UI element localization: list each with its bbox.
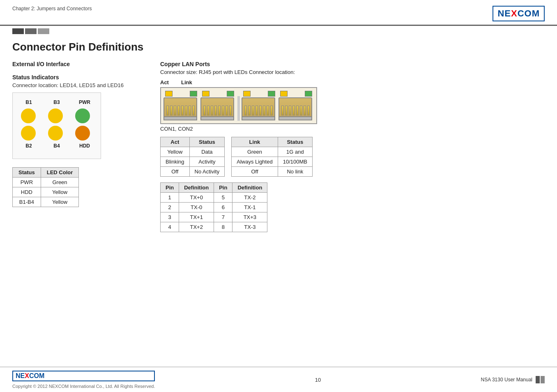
link-status-col-header: Status bbox=[278, 137, 312, 147]
rj45-link-led-1 bbox=[190, 91, 197, 97]
footer-left: NEXCOM Copyright © 2012 NEXCOM Internati… bbox=[12, 371, 155, 389]
table-row: Off No Activity bbox=[161, 167, 225, 177]
rj45-act-led-4 bbox=[280, 91, 288, 97]
led-label-row-bottom: B2 B4 HDD bbox=[21, 143, 92, 149]
rj45-pin-5 bbox=[181, 106, 184, 115]
link-10-100mb: 10/100MB bbox=[278, 157, 312, 167]
def-tx-plus-1: TX+1 bbox=[179, 212, 214, 222]
color-bar-block-1 bbox=[12, 28, 24, 34]
rj45-pin-3c bbox=[252, 106, 254, 115]
footer-icon-bar-2 bbox=[541, 376, 545, 383]
def-tx-minus-2: TX-2 bbox=[232, 193, 267, 203]
color-bar bbox=[0, 26, 557, 37]
def-tx-minus-1: TX-1 bbox=[232, 203, 267, 212]
table-row: 3 TX+1 7 TX+3 bbox=[161, 212, 267, 222]
rj45-pin-5d bbox=[296, 106, 299, 115]
link-status-table: Link Status Green 1G and Always Lighted bbox=[231, 137, 313, 177]
def-col-header-2: Definition bbox=[232, 183, 267, 193]
act-col-header: Act bbox=[161, 137, 190, 147]
act-link-header-row: Act Link bbox=[160, 79, 545, 85]
footer-icon-bar-1 bbox=[536, 376, 540, 383]
status-hdd: HDD bbox=[13, 187, 41, 197]
rj45-pin-4d bbox=[292, 106, 295, 115]
rj45-top-leds-3 bbox=[242, 91, 277, 97]
rj45-bottom-2 bbox=[200, 117, 234, 120]
def-tx-plus-2: TX+2 bbox=[179, 222, 214, 232]
copper-lan-title: Copper LAN Ports bbox=[160, 61, 545, 67]
status-indicators-label: Status Indicators bbox=[12, 74, 144, 81]
def-tx-plus-0: TX+0 bbox=[179, 193, 214, 203]
rj45-pin-2 bbox=[170, 106, 173, 115]
rj45-act-led-2 bbox=[202, 91, 209, 97]
rj45-pin-7 bbox=[189, 106, 191, 115]
header: Chapter 2: Jumpers and Connectors NEXCOM bbox=[0, 0, 557, 26]
led-color-b1b4: Yellow bbox=[41, 197, 79, 207]
table-row: PWR Green bbox=[13, 178, 79, 187]
rj45-bottom-3 bbox=[242, 117, 275, 120]
rj45-pin-4c bbox=[255, 106, 258, 115]
rj45-pin-3 bbox=[174, 106, 176, 115]
rj45-connector-4 bbox=[278, 91, 314, 120]
rj45-pin-7d bbox=[304, 106, 306, 115]
left-column: External I/O Interface Status Indicators… bbox=[12, 61, 144, 232]
pin-7: 7 bbox=[214, 212, 232, 222]
rj45-top-leds-4 bbox=[278, 91, 314, 97]
status-indicators-section: Status Indicators Connector location: LE… bbox=[12, 74, 144, 88]
footer-logo: NEXCOM bbox=[12, 371, 155, 381]
rj45-pin-7c bbox=[267, 106, 269, 115]
logo-area: NEXCOM bbox=[493, 6, 545, 21]
led-label-hdd: HDD bbox=[77, 143, 92, 149]
rj45-pin-5c bbox=[259, 106, 262, 115]
rj45-act-led-3 bbox=[243, 91, 251, 97]
act-label: Act bbox=[160, 79, 169, 85]
led-label-pwr: PWR bbox=[77, 99, 92, 105]
led-color-pwr: Green bbox=[41, 178, 79, 187]
rj45-body-3 bbox=[242, 97, 275, 117]
led-b4 bbox=[48, 126, 63, 141]
pin-6: 6 bbox=[214, 203, 232, 212]
def-tx-minus-0: TX-0 bbox=[179, 203, 214, 212]
footer-right: NSA 3130 User Manual bbox=[481, 376, 545, 383]
rj45-bottom-1 bbox=[163, 117, 197, 120]
led-diagram: B1 B3 PWR B2 bbox=[12, 92, 101, 159]
rj45-connector-2 bbox=[200, 91, 236, 120]
rj45-image-area bbox=[160, 87, 545, 124]
led-row-bottom bbox=[21, 126, 92, 141]
link-col-header: Link bbox=[232, 137, 278, 147]
rj45-body-1 bbox=[163, 97, 197, 117]
tables-area: Act Status Yellow Data Blinking Ac bbox=[160, 137, 545, 232]
footer-manual: NSA 3130 User Manual bbox=[481, 377, 532, 383]
rj45-divider bbox=[237, 96, 240, 121]
right-column: Copper LAN Ports Connector size: RJ45 po… bbox=[160, 61, 545, 232]
footer: NEXCOM Copyright © 2012 NEXCOM Internati… bbox=[0, 367, 557, 392]
led-b3 bbox=[48, 108, 63, 123]
rj45-top-leds-2 bbox=[200, 91, 236, 97]
rj45-pin-8 bbox=[192, 106, 195, 115]
page-title: Connector Pin Definitions bbox=[12, 41, 545, 53]
rj45-link-led-3 bbox=[268, 91, 275, 97]
table-row: Green 1G and bbox=[232, 147, 313, 157]
led-pwr bbox=[75, 108, 90, 123]
table-row: Blinking Activity bbox=[161, 157, 225, 167]
rj45-pin-4b bbox=[214, 106, 217, 115]
pin-2: 2 bbox=[161, 203, 179, 212]
rj45-pin-1b bbox=[203, 106, 206, 115]
link-1g-and: 1G and bbox=[278, 147, 312, 157]
table-row: HDD Yellow bbox=[13, 187, 79, 197]
rj45-body-4 bbox=[278, 97, 312, 117]
status-pwr: PWR bbox=[13, 178, 41, 187]
link-label: Link bbox=[181, 79, 192, 85]
link-always-lighted: Always Lighted bbox=[232, 157, 278, 167]
footer-copyright: Copyright © 2012 NEXCOM International Co… bbox=[12, 384, 155, 389]
rj45-bottom-4 bbox=[278, 117, 312, 120]
def-col-header-1: Definition bbox=[179, 183, 214, 193]
led-color-col-header: LED Color bbox=[41, 168, 79, 178]
rj45-pin-1c bbox=[244, 106, 247, 115]
led-label-b2: B2 bbox=[21, 143, 37, 149]
table-row: B1-B4 Yellow bbox=[13, 197, 79, 207]
status-col-header: Status bbox=[13, 168, 41, 178]
link-green: Green bbox=[232, 147, 278, 157]
breadcrumb: Chapter 2: Jumpers and Connectors bbox=[12, 6, 92, 12]
color-bar-block-2 bbox=[25, 28, 37, 34]
led-label-b3: B3 bbox=[49, 99, 64, 105]
